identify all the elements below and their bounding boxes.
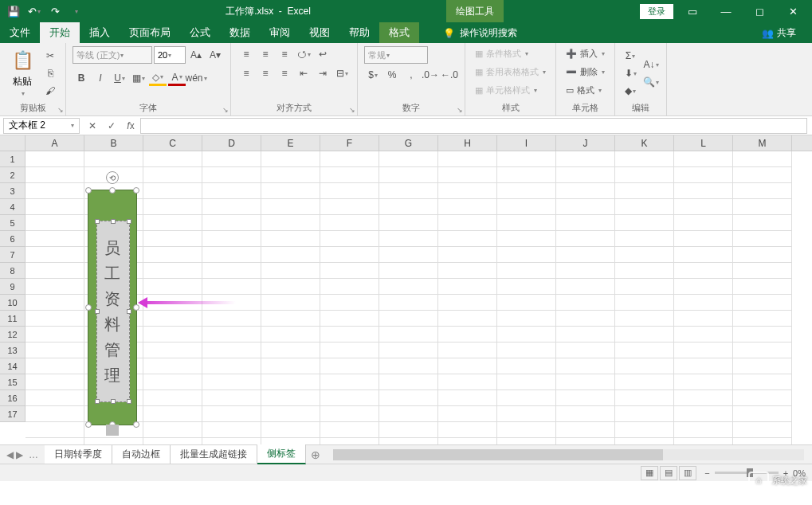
insert-cells-button[interactable]: ➕ 插入 ▾	[563, 46, 608, 61]
row-header[interactable]: 5	[0, 215, 25, 231]
border-icon[interactable]: ▦▾	[130, 70, 147, 86]
tab-view[interactable]: 视图	[300, 22, 339, 43]
page-break-view-icon[interactable]: ▥	[679, 466, 696, 480]
row-header[interactable]: 4	[0, 199, 25, 215]
align-right-icon[interactable]: ≡	[276, 65, 293, 81]
column-header[interactable]: E	[261, 135, 320, 151]
clear-icon[interactable]: ◆▾	[622, 83, 639, 99]
add-sheet-icon[interactable]: ⊕	[306, 448, 325, 461]
align-middle-icon[interactable]: ≡	[257, 46, 274, 62]
zoom-out-icon[interactable]: −	[704, 468, 709, 478]
row-header[interactable]: 8	[0, 263, 25, 279]
orientation-icon[interactable]: ⭯▾	[295, 46, 312, 62]
tell-me-search[interactable]: 💡 操作说明搜索	[435, 23, 525, 43]
column-header[interactable]: A	[25, 135, 84, 151]
resize-handle[interactable]	[109, 187, 116, 194]
dialog-launcher-icon[interactable]: ↘	[57, 106, 64, 114]
font-name-combo[interactable]: 等线 (正文)▾	[73, 46, 152, 64]
column-header[interactable]: D	[202, 135, 261, 151]
row-header[interactable]: 17	[0, 406, 25, 422]
font-size-combo[interactable]: 20▾	[154, 46, 186, 64]
tab-data[interactable]: 数据	[220, 22, 260, 43]
resize-handle[interactable]	[85, 421, 92, 428]
merge-icon[interactable]: ⊟▾	[333, 65, 351, 81]
row-header[interactable]: 13	[0, 343, 25, 358]
ribbon-display-icon[interactable]: ▭	[678, 0, 707, 22]
decrease-font-icon[interactable]: A▾	[206, 47, 224, 63]
increase-font-icon[interactable]: A▴	[187, 47, 205, 63]
row-header[interactable]: 10	[0, 295, 25, 311]
resize-handle[interactable]	[133, 187, 139, 194]
row-header[interactable]: 6	[0, 231, 25, 247]
dialog-launcher-icon[interactable]: ↘	[457, 106, 463, 114]
align-bottom-icon[interactable]: ≡	[276, 46, 293, 62]
tab-file[interactable]: 文件	[0, 22, 40, 43]
underline-icon[interactable]: U▾	[111, 70, 128, 86]
conditional-format-button[interactable]: ▦ 条件格式 ▾	[472, 46, 549, 61]
tab-review[interactable]: 审阅	[260, 22, 300, 43]
format-table-button[interactable]: ▦ 套用表格格式 ▾	[472, 65, 549, 80]
sort-filter-icon[interactable]: A↓▾	[642, 57, 660, 72]
increase-indent-icon[interactable]: ⇥	[314, 65, 331, 81]
save-icon[interactable]: 💾	[5, 2, 22, 20]
cells-area[interactable]: ⟲ 员工资料管理	[25, 151, 812, 444]
share-button[interactable]: 👥 共享	[754, 23, 804, 43]
font-color-icon[interactable]: A▾	[168, 70, 186, 86]
tab-layout[interactable]: 页面布局	[120, 22, 180, 43]
column-header[interactable]: H	[438, 135, 497, 151]
percent-icon[interactable]: %	[383, 67, 401, 83]
cell-styles-button[interactable]: ▦ 单元格样式 ▾	[472, 83, 549, 98]
row-header[interactable]: 9	[0, 279, 25, 295]
rotate-handle-icon[interactable]: ⟲	[106, 171, 119, 184]
increase-decimal-icon[interactable]: .0→	[422, 67, 439, 83]
column-header[interactable]: J	[556, 135, 615, 151]
close-icon[interactable]: ✕	[779, 0, 807, 22]
formula-input[interactable]	[140, 118, 807, 134]
row-header[interactable]: 11	[0, 311, 25, 327]
resize-handle[interactable]	[85, 187, 92, 194]
find-icon[interactable]: 🔍▾	[642, 74, 660, 90]
row-header[interactable]: 3	[0, 183, 25, 199]
row-header[interactable]: 15	[0, 374, 25, 390]
resize-handle[interactable]	[85, 304, 92, 311]
fill-icon[interactable]: ⬇▾	[622, 65, 639, 81]
name-box[interactable]: 文本框 2▾	[3, 118, 80, 134]
cut-icon[interactable]: ✂	[41, 48, 59, 64]
align-left-icon[interactable]: ≡	[237, 65, 255, 81]
italic-icon[interactable]: I	[92, 70, 109, 86]
align-center-icon[interactable]: ≡	[257, 65, 274, 81]
column-header[interactable]: C	[143, 135, 202, 151]
select-all-corner[interactable]	[0, 135, 25, 151]
autosum-icon[interactable]: Σ▾	[622, 48, 639, 64]
comma-icon[interactable]: ,	[402, 67, 420, 83]
paste-button[interactable]: 📋 粘贴 ▾	[6, 46, 38, 100]
tab-format[interactable]: 格式	[379, 22, 419, 43]
wrap-text-icon[interactable]: ↩	[314, 46, 331, 62]
login-button[interactable]: 登录	[640, 4, 673, 19]
column-header[interactable]: K	[615, 135, 674, 151]
textbox-shape[interactable]: 员工资料管理	[96, 221, 130, 402]
minimize-icon[interactable]: —	[712, 0, 740, 22]
phonetic-icon[interactable]: wén▾	[187, 70, 205, 86]
row-header[interactable]: 2	[0, 167, 25, 183]
copy-icon[interactable]: ⎘	[41, 65, 59, 81]
row-header[interactable]: 14	[0, 358, 25, 374]
decrease-indent-icon[interactable]: ⇤	[295, 65, 312, 81]
tab-insert[interactable]: 插入	[80, 22, 120, 43]
qat-customize-icon[interactable]: ▾	[67, 2, 84, 20]
column-header[interactable]: F	[320, 135, 379, 151]
sheet-tab[interactable]: 日期转季度	[45, 445, 112, 464]
fill-color-icon[interactable]: ◇▾	[149, 70, 167, 86]
enter-icon[interactable]: ✓	[102, 118, 121, 134]
column-header[interactable]: G	[379, 135, 438, 151]
column-header[interactable]: L	[674, 135, 733, 151]
column-header[interactable]: I	[497, 135, 556, 151]
cancel-icon[interactable]: ✕	[83, 118, 102, 134]
dialog-launcher-icon[interactable]: ↘	[349, 106, 355, 114]
bold-icon[interactable]: B	[73, 70, 90, 86]
sheet-tab[interactable]: 批量生成超链接	[171, 445, 257, 464]
sheet-tab[interactable]: 自动边框	[112, 445, 171, 464]
maximize-icon[interactable]: ◻	[745, 0, 774, 22]
sheet-nav[interactable]: ◀ ▶ …	[0, 449, 45, 460]
row-header[interactable]: 7	[0, 247, 25, 263]
